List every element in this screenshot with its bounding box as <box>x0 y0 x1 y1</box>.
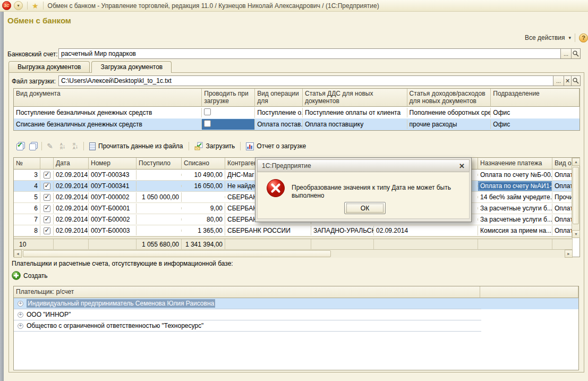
dialog-titlebar: 1С:Предприятие ✕ <box>257 159 470 172</box>
cell-mark[interactable] <box>40 193 54 202</box>
checkbox-checked[interactable] <box>44 183 50 190</box>
load-file-select-button[interactable]: ... <box>553 75 564 86</box>
settings-row-incoming[interactable]: Поступление безналичных денежных средств… <box>14 107 580 118</box>
column-header-payment-purpose[interactable]: Назначение платежа <box>478 158 552 170</box>
column-header-operation-kind[interactable]: Вид операции для <box>255 89 303 107</box>
cell-operation-kind: Оплат <box>552 204 573 213</box>
bank-account-input[interactable] <box>58 48 561 59</box>
help-icon[interactable]: ? <box>579 33 588 43</box>
cell-dds-item: Оплата поставщику <box>303 120 407 129</box>
cell-row-number: 3 <box>14 170 40 180</box>
chevron-down-icon[interactable]: ▾ <box>568 35 571 40</box>
checkbox-checked[interactable] <box>44 205 50 212</box>
cell-mark[interactable] <box>40 182 54 191</box>
tab-export-documents[interactable]: Выгрузка документов <box>8 61 90 72</box>
column-header-written-off[interactable]: Списано <box>182 158 225 170</box>
column-header-income-expense-item[interactable]: Статья доходов/расходов для новых докуме… <box>407 89 491 107</box>
cell-mark[interactable] <box>40 215 54 224</box>
column-header-operation-kind[interactable]: Вид оп <box>552 158 573 170</box>
column-header-empty[interactable] <box>480 286 578 298</box>
checkbox-checked[interactable] <box>44 172 50 179</box>
bank-account-label: Банковский счет: <box>7 50 58 58</box>
cell-received <box>137 230 182 232</box>
cell-post-on-load[interactable] <box>202 119 255 130</box>
cell-department: Офис <box>491 120 580 129</box>
cell-operation-kind: Оплат <box>552 215 573 224</box>
close-icon[interactable]: ✕ <box>459 162 465 170</box>
bank-account-select-button[interactable]: ... <box>561 48 572 59</box>
vertical-scrollbar[interactable]: ▲ ▼ <box>572 158 580 238</box>
table-row[interactable]: 8 02.09.2014 00УТ-Б00003 1 365,00 СБЕРБА… <box>14 225 573 236</box>
cell-row-number: 8 <box>14 226 40 235</box>
column-header-post-on-load[interactable]: Проводить при загрузке <box>202 89 255 107</box>
all-actions-button[interactable]: Все действия <box>525 34 565 41</box>
cell-bank: ЗАПАДНО-УРАЛЬСКИЙ... <box>311 226 374 235</box>
payer-row[interactable]: Общество с ограниченной ответственностью… <box>14 320 578 332</box>
cell-mark[interactable] <box>40 204 54 213</box>
expand-plus-icon[interactable] <box>18 312 23 318</box>
checkbox-checked[interactable] <box>44 227 50 234</box>
settings-row-outgoing[interactable]: Списание безналичных денежных средств Оп… <box>14 118 580 130</box>
horizontal-scrollbar[interactable]: ◄ ► <box>14 249 573 258</box>
expand-plus-icon[interactable] <box>18 301 23 307</box>
column-header-doc-kind[interactable]: Вид документа <box>14 89 202 107</box>
scroll-right-arrow-icon[interactable]: ► <box>565 250 573 258</box>
cell-doc-number: 00УТ-Б00001 <box>89 204 137 213</box>
column-header-number-sign[interactable]: № <box>14 158 40 170</box>
cell-mark[interactable] <box>40 171 54 180</box>
cell-income-expense-item: прочие расходы <box>407 120 491 129</box>
totals-count: 10 <box>14 239 54 250</box>
column-header-doc-number[interactable]: Номер <box>89 158 137 170</box>
cell-operation-date: 02.09.2014 <box>374 226 478 235</box>
load-file-input[interactable] <box>58 75 553 86</box>
column-header-payer-account[interactable]: Плательщик: р/счет <box>14 286 480 298</box>
window-left-border <box>0 12 4 381</box>
column-header-dds-item[interactable]: Статья ДДС для новых документов <box>303 89 407 107</box>
cell-doc-number: 00УТ-000002 <box>89 192 137 202</box>
totals-empty <box>225 239 311 250</box>
column-header-checkbox[interactable] <box>40 158 54 170</box>
settings-header-row: Вид документа Проводить при загрузке Вид… <box>14 89 580 107</box>
ok-button[interactable]: ОК <box>344 202 386 214</box>
totals-written-off: 1 341 394,00 <box>182 239 225 250</box>
payer-row[interactable]: ООО "ИННОР" <box>14 309 578 320</box>
scroll-left-arrow-icon[interactable]: ◄ <box>14 250 22 258</box>
payer-name: Общество с ограниченной ответственностью… <box>27 322 203 329</box>
scroll-up-arrow-icon[interactable]: ▲ <box>572 158 580 166</box>
cell-department: Офис <box>491 108 580 117</box>
cell-date: 02.09.2014 <box>54 181 89 191</box>
actions-bar: Все действия ▾ ? <box>525 33 588 43</box>
cell-written-off: 80,00 <box>182 215 225 224</box>
checkbox-unchecked[interactable] <box>204 120 211 127</box>
cell-payment-purpose: Комиссия за прием на... <box>478 226 552 235</box>
load-file-search-button[interactable] <box>572 75 581 86</box>
vertical-scroll-thumb[interactable] <box>573 167 579 224</box>
checkbox-checked[interactable] <box>44 216 50 223</box>
column-header-date[interactable]: Дата <box>54 158 89 170</box>
cell-payment-purpose-current[interactable]: Оплата по счету №АИ1-... <box>478 181 552 191</box>
column-header-received[interactable]: Поступило <box>137 158 182 170</box>
checkbox-unchecked[interactable] <box>204 108 211 115</box>
cell-mark[interactable] <box>40 226 54 235</box>
error-dialog: 1С:Предприятие ✕ Преобразование значения… <box>255 157 472 222</box>
cell-post-on-load[interactable] <box>202 107 255 118</box>
horizontal-scroll-thumb[interactable] <box>23 250 331 257</box>
cell-operation-kind: Оплат <box>552 170 573 180</box>
totals-empty <box>311 239 374 250</box>
payer-row-selected[interactable]: Индивидуальный предприниматель Семенова … <box>14 298 578 309</box>
bank-account-search-button[interactable] <box>572 48 581 59</box>
main-menu-button[interactable]: ▾ <box>14 1 23 10</box>
chevron-down-icon: ▾ <box>17 4 19 8</box>
divider <box>575 33 575 42</box>
search-icon <box>573 78 579 84</box>
scroll-down-arrow-icon[interactable]: ▼ <box>572 230 580 238</box>
cell-row-number: 4 <box>14 181 40 191</box>
expand-plus-icon[interactable] <box>18 323 23 329</box>
load-file-clear-button[interactable]: ✕ <box>564 75 572 86</box>
favorites-star-icon[interactable]: ★ <box>32 2 39 10</box>
titlebar-divider <box>27 2 28 10</box>
cell-dds-item: Поступление оплаты от клиента <box>303 108 407 117</box>
tab-import-documents[interactable]: Загрузка документов <box>91 61 172 73</box>
checkbox-checked[interactable] <box>44 194 50 201</box>
column-header-department[interactable]: Подразделение <box>491 89 580 107</box>
